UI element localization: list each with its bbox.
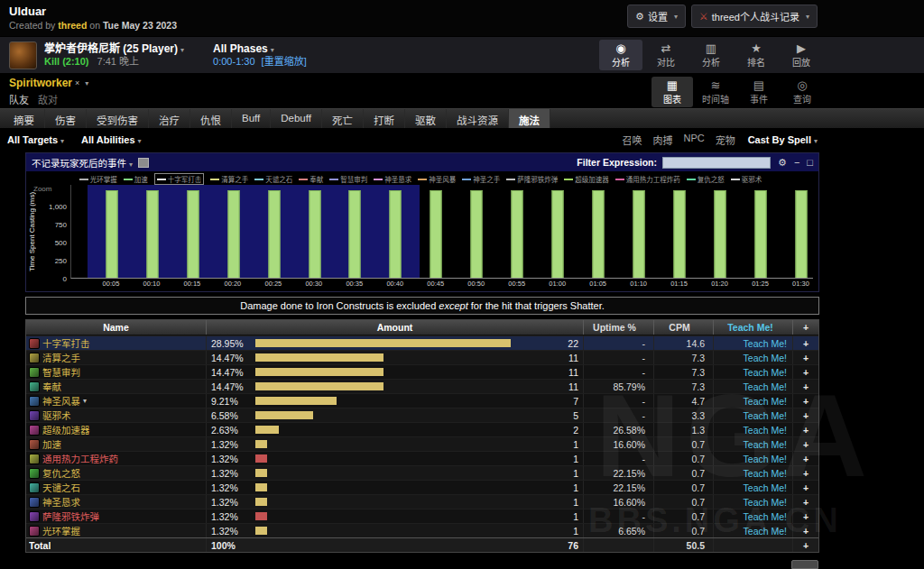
chart-plot-area[interactable] [70,185,813,279]
ability-name-cell[interactable]: 神圣风暴▾ [26,394,207,408]
expand-plus-button[interactable]: + [793,452,818,465]
chart-bar[interactable] [390,190,402,278]
table-row[interactable]: 天谴之石1.32%122.15%0.7Teach Me!+ [26,480,818,494]
ability-name-cell[interactable]: 驱邪术 [26,408,207,422]
tab-11[interactable]: 施法 [509,109,550,128]
cast-type-link-3[interactable]: 宠物 [716,133,735,147]
ability-name-cell[interactable]: 复仇之怒 [26,466,207,480]
column-header-5[interactable]: + [793,320,818,335]
legend-item-5[interactable]: 奉献 [299,174,323,184]
expand-plus-button[interactable]: + [793,336,818,350]
cast-by-dropdown[interactable]: Cast By Spell▾ [748,134,818,145]
ability-name-cell[interactable]: 光环掌握 [26,524,207,537]
phase-select[interactable]: All Phases▾ 0:00-1:30 [重置缩放] [213,42,307,69]
legend-item-10[interactable]: 萨隆邪铁炸弹 [506,174,558,184]
view-tab-2[interactable]: ▤事件 [738,77,780,107]
fight-nav-item-3[interactable]: ★排名 [735,40,778,70]
column-header-1[interactable]: Amount [207,320,584,335]
ability-name-cell[interactable]: 十字军打击 [26,336,207,350]
tab-4[interactable]: 仇恨 [190,109,232,128]
column-header-2[interactable]: Uptime % [584,320,654,335]
expand-plus-button[interactable]: + [793,423,818,436]
expand-plus-button[interactable]: + [793,509,818,523]
settings-button[interactable]: ⚙设置▾ [627,5,686,28]
chart-bar[interactable] [268,190,280,278]
tab-3[interactable]: 治疗 [149,109,190,128]
ability-name-cell[interactable]: 清算之手 [26,351,207,364]
cast-type-link-1[interactable]: 肉搏 [652,133,672,147]
death-filter-dropdown[interactable]: 不记录玩家死后的事件▾ [32,156,133,170]
teach-me-link[interactable]: Teach Me! [714,351,793,364]
minimize-icon[interactable]: − [794,157,799,168]
tab-10[interactable]: 战斗资源 [447,109,509,128]
cast-type-link-0[interactable]: 召唤 [622,133,642,147]
teach-me-link[interactable]: Teach Me! [714,408,793,422]
legend-item-9[interactable]: 神圣之手 [462,174,500,184]
ability-name-cell[interactable]: 通用热力工程炸药 [26,452,207,465]
cast-type-link-2[interactable]: NPC [683,133,704,147]
column-header-4[interactable]: Teach Me! [714,320,793,335]
abilities-dropdown[interactable]: All Abilities▾ [81,134,142,145]
legend-item-1[interactable]: 加速 [124,174,148,184]
table-row[interactable]: 神圣风暴▾9.21%7-4.7Teach Me!+ [26,393,818,408]
table-row[interactable]: 复仇之怒1.32%122.15%0.7Teach Me!+ [26,465,818,480]
tab-8[interactable]: 打断 [364,109,405,128]
chart-bar[interactable] [714,190,725,278]
targets-dropdown[interactable]: All Targets▾ [7,134,64,145]
tab-7[interactable]: 死亡 [322,109,364,128]
personal-log-button[interactable]: ⚔threed个人战斗记录▾ [691,5,818,28]
table-row[interactable]: 通用热力工程炸药1.32%1-0.7Teach Me!+ [26,451,818,465]
legend-item-11[interactable]: 超级加速器 [564,174,609,184]
legend-item-3[interactable]: 清算之手 [210,174,248,184]
chart-bar[interactable] [349,190,361,278]
corner-collapsed-button[interactable] [791,560,818,569]
enemies-link[interactable]: 敌对 [38,95,58,106]
teach-me-link[interactable]: Teach Me! [714,380,793,393]
tab-2[interactable]: 受到伤害 [87,109,149,128]
teach-me-link[interactable]: Teach Me! [714,481,793,494]
legend-item-4[interactable]: 天谴之石 [254,174,292,184]
expand-plus-button[interactable]: + [793,437,818,451]
legend-item-2[interactable]: 十字军打击 [154,173,205,185]
table-row[interactable]: 十字军打击28.95%22-14.6Teach Me!+ [26,335,818,350]
chevron-down-icon[interactable]: ▾ [83,397,87,405]
legend-item-14[interactable]: 驱邪术 [731,174,762,184]
teach-me-link[interactable]: Teach Me! [714,524,793,537]
legend-item-8[interactable]: 神圣风暴 [418,174,456,184]
fight-nav-item-0[interactable]: ◉分析 [599,40,642,70]
chart-bar[interactable] [227,190,239,278]
table-row[interactable]: 神圣恳求1.32%116.60%0.7Teach Me!+ [26,494,818,509]
expand-plus-button[interactable]: + [793,466,818,480]
teach-me-link[interactable]: Teach Me! [714,466,793,480]
tab-1[interactable]: 伤害 [45,109,87,128]
table-row[interactable]: 智慧审判14.47%11-7.3Teach Me!+ [26,364,818,379]
expand-plus-button[interactable]: + [793,380,818,393]
ability-name-cell[interactable]: 智慧审判 [26,365,207,379]
chart-bar[interactable] [106,190,117,278]
legend-item-12[interactable]: 通用热力工程炸药 [615,174,680,184]
chart-bar[interactable] [592,190,604,278]
chart-bar[interactable] [754,190,766,278]
expand-plus-button[interactable]: + [793,408,818,422]
expand-plus-button[interactable]: + [793,365,818,379]
expand-plus-button[interactable]: + [793,538,818,552]
teach-me-link[interactable]: Teach Me! [714,509,793,523]
table-row[interactable]: 超级加速器2.63%226.58%1.3Teach Me!+ [26,422,818,436]
ability-name-cell[interactable]: 奉献 [26,380,207,393]
teach-me-link[interactable]: Teach Me! [714,394,793,408]
legend-item-0[interactable]: 光环掌握 [79,174,117,184]
expand-plus-button[interactable]: + [793,481,818,494]
close-icon[interactable]: × [75,78,79,87]
chart-bar[interactable] [146,190,158,278]
tab-9[interactable]: 驱散 [405,109,447,128]
table-row[interactable]: 清算之手14.47%11-7.3Teach Me!+ [26,350,818,364]
view-tab-1[interactable]: ≋时间轴 [695,77,736,107]
ability-name-cell[interactable]: 超级加速器 [26,423,207,436]
fight-nav-item-2[interactable]: ▥分析 [689,40,733,70]
table-row[interactable]: 驱邪术6.58%5-3.3Teach Me!+ [26,408,818,422]
teach-me-link[interactable]: Teach Me! [714,437,793,451]
table-row[interactable]: 加速1.32%116.60%0.7Teach Me!+ [26,436,818,451]
teach-me-link[interactable]: Teach Me! [714,365,793,379]
expand-plus-button[interactable]: + [793,351,818,364]
table-row[interactable]: 萨隆邪铁炸弹1.32%1-0.7Teach Me!+ [26,509,818,523]
